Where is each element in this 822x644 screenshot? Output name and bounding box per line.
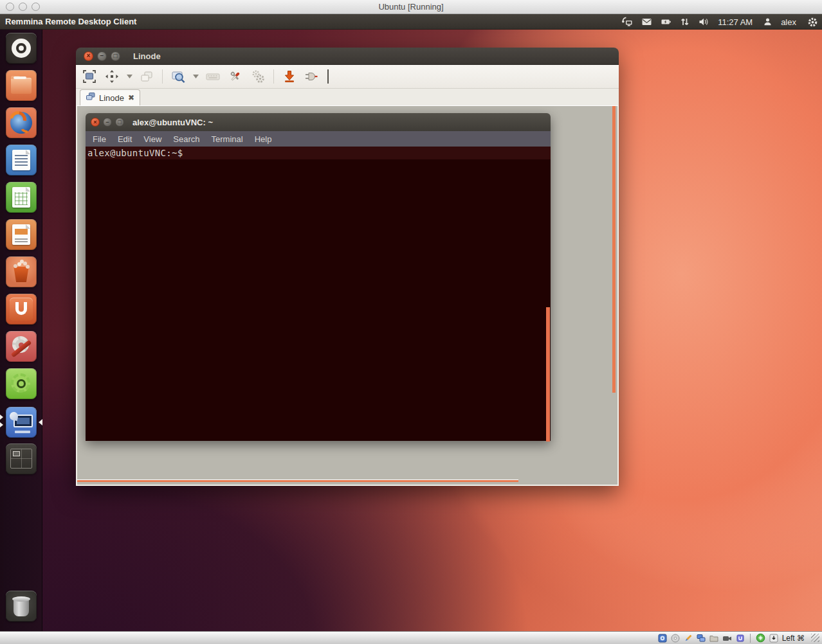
terminal-close-button[interactable]: × bbox=[91, 118, 100, 127]
menu-search[interactable]: Search bbox=[167, 134, 205, 144]
terminal-maximize-button[interactable]: □ bbox=[115, 118, 124, 127]
fit-window-icon[interactable] bbox=[104, 68, 120, 85]
sync-arrows-icon[interactable] bbox=[680, 17, 690, 27]
launcher-libreoffice-writer-icon[interactable] bbox=[6, 145, 37, 175]
tab-connection-icon bbox=[86, 92, 95, 103]
clock[interactable]: 11:27 AM bbox=[718, 17, 753, 27]
launcher-trash-icon[interactable] bbox=[6, 591, 37, 622]
volume-icon[interactable] bbox=[698, 17, 709, 27]
duplicate-icon[interactable] bbox=[138, 68, 155, 85]
terminal-window: × − □ alex@ubuntuVNC: ~ File Edit View S… bbox=[86, 113, 551, 441]
disconnect-plug-icon[interactable] bbox=[304, 68, 320, 85]
scale-dropdown-icon[interactable] bbox=[192, 68, 199, 85]
menu-help[interactable]: Help bbox=[249, 134, 278, 144]
fit-window-dropdown-icon[interactable] bbox=[126, 68, 132, 85]
statusbar-separator bbox=[750, 634, 751, 643]
launcher-home-folder-icon[interactable] bbox=[6, 70, 37, 101]
window-close-button[interactable]: × bbox=[84, 51, 93, 61]
desktop-wallpaper: × − □ Linode bbox=[0, 30, 822, 644]
menu-file[interactable]: File bbox=[87, 134, 112, 144]
vm-window-titlebar[interactable]: Ubuntu [Running] bbox=[0, 0, 822, 14]
menu-terminal[interactable]: Terminal bbox=[206, 134, 249, 144]
remmina-window-title: Linode bbox=[133, 51, 161, 61]
screen: Ubuntu [Running] Remmina Remote Desktop … bbox=[0, 0, 822, 644]
shared-folders-icon[interactable] bbox=[709, 634, 718, 643]
host-key-label: Left ⌘ bbox=[782, 634, 805, 643]
menu-edit[interactable]: Edit bbox=[112, 134, 138, 144]
download-arrow-icon[interactable] bbox=[281, 68, 298, 85]
window-maximize-button[interactable]: □ bbox=[111, 51, 120, 61]
launcher-dash-home-icon[interactable] bbox=[6, 33, 37, 64]
launcher-remmina-icon[interactable] bbox=[6, 407, 37, 438]
optical-disc-icon[interactable] bbox=[671, 634, 680, 643]
terminal-menubar: File Edit View Search Terminal Help bbox=[86, 131, 551, 147]
unity-launcher bbox=[0, 30, 42, 631]
keyboard-capture-icon[interactable] bbox=[769, 634, 778, 643]
plugins-gears-icon[interactable] bbox=[250, 68, 266, 85]
toolbar-separator bbox=[162, 69, 163, 84]
username-label[interactable]: alex bbox=[781, 17, 796, 27]
terminal-window-title: alex@ubuntuVNC: ~ bbox=[132, 118, 213, 127]
toolbar-separator bbox=[273, 69, 274, 84]
tab-label: Linode bbox=[99, 93, 124, 103]
launcher-ubuntu-one-icon[interactable] bbox=[6, 294, 37, 325]
hard-disk-icon[interactable] bbox=[658, 634, 667, 643]
vm-window-title: Ubuntu [Running] bbox=[0, 0, 822, 14]
terminal-prompt: alex@ubuntuVNC:~$ bbox=[86, 147, 551, 159]
launcher-firefox-icon[interactable] bbox=[6, 107, 37, 138]
system-tray: 11:27 AM alex bbox=[621, 14, 818, 30]
video-capture-icon[interactable] bbox=[722, 634, 732, 643]
remmina-tabbar: Linode ✖ bbox=[76, 89, 619, 105]
vbox-status-bar: Left ⌘ bbox=[0, 631, 822, 644]
scale-magnifier-icon[interactable] bbox=[170, 68, 187, 85]
vm-features-icon[interactable] bbox=[736, 634, 745, 643]
launcher-system-settings-icon[interactable] bbox=[6, 331, 37, 362]
terminal-minimize-button[interactable]: − bbox=[103, 118, 112, 127]
connection-tab-linode[interactable]: Linode ✖ bbox=[80, 89, 140, 105]
launcher-workspace-switcher-icon[interactable] bbox=[6, 443, 37, 474]
battery-icon[interactable] bbox=[661, 17, 671, 27]
remmina-window: × − □ Linode bbox=[76, 48, 619, 486]
user-icon[interactable] bbox=[763, 17, 772, 27]
launcher-libreoffice-calc-icon[interactable] bbox=[6, 182, 37, 213]
viewport-edge-stripe-bottom bbox=[77, 479, 518, 482]
fullscreen-icon[interactable] bbox=[81, 68, 98, 85]
remmina-toolbar bbox=[76, 65, 619, 89]
keyboard-icon[interactable] bbox=[205, 68, 221, 85]
resize-grip[interactable] bbox=[811, 634, 819, 642]
ubuntu-top-panel: Remmina Remote Desktop Client bbox=[0, 14, 822, 30]
network-icon[interactable] bbox=[621, 17, 633, 27]
running-indicator-arrow bbox=[0, 422, 3, 427]
terminal-window-buttons: × − □ bbox=[91, 118, 124, 127]
pen-icon[interactable] bbox=[684, 634, 693, 643]
viewport-edge-stripe-right bbox=[612, 106, 616, 393]
remmina-titlebar[interactable]: × − □ Linode bbox=[76, 48, 619, 65]
focused-indicator-arrow bbox=[39, 419, 42, 425]
launcher-libreoffice-impress-icon[interactable] bbox=[6, 219, 37, 250]
terminal-content[interactable]: alex@ubuntuVNC:~$ bbox=[86, 147, 551, 441]
preferences-tools-icon[interactable] bbox=[227, 68, 244, 85]
window-minimize-button[interactable]: − bbox=[97, 51, 107, 61]
tab-close-icon[interactable]: ✖ bbox=[128, 93, 134, 102]
mouse-integration-icon[interactable] bbox=[756, 633, 765, 643]
launcher-software-center-icon[interactable] bbox=[6, 256, 37, 287]
running-indicator-arrow bbox=[0, 415, 3, 420]
terminal-titlebar[interactable]: × − □ alex@ubuntuVNC: ~ bbox=[86, 113, 551, 131]
menu-view[interactable]: View bbox=[138, 134, 167, 144]
network-adapters-icon[interactable] bbox=[697, 634, 706, 643]
launcher-software-updater-icon[interactable] bbox=[6, 368, 37, 399]
remmina-window-buttons: × − □ bbox=[84, 51, 124, 61]
remote-desktop-viewport[interactable]: × − □ alex@ubuntuVNC: ~ File Edit View S… bbox=[76, 105, 619, 486]
terminal-edge-stripe bbox=[546, 307, 550, 442]
toolbar-end-separator bbox=[327, 69, 329, 84]
mail-icon[interactable] bbox=[641, 17, 652, 27]
session-gear-icon[interactable] bbox=[807, 17, 818, 28]
active-app-title[interactable]: Remmina Remote Desktop Client bbox=[0, 17, 136, 26]
